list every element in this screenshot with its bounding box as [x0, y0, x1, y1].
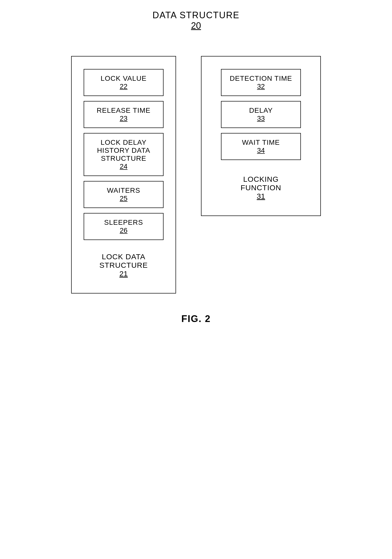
lock-delay-history-box: LOCK DELAYHISTORY DATASTRUCTURE 24: [84, 133, 164, 176]
sleepers-num: 26: [92, 226, 156, 234]
locking-function-label: LOCKINGFUNCTION 31: [241, 175, 281, 200]
locking-function-box: DETECTION TIME 32 DELAY 33 WAIT TIME 34 …: [201, 56, 321, 216]
wait-time-label: WAIT TIME: [229, 138, 293, 146]
delay-label: DELAY: [229, 106, 293, 114]
lock-data-structure-label: LOCK DATASTRUCTURE 21: [99, 252, 148, 278]
page-header: DATA STRUCTURE 20: [153, 10, 240, 31]
lock-value-num: 22: [92, 82, 156, 90]
lock-delay-history-num: 24: [92, 162, 156, 170]
lock-delay-history-label: LOCK DELAYHISTORY DATASTRUCTURE: [92, 138, 156, 162]
sleepers-label: SLEEPERS: [92, 218, 156, 226]
release-time-box: RELEASE TIME 23: [84, 101, 164, 128]
locking-function-title: LOCKINGFUNCTION: [241, 175, 281, 192]
diagram-area: LOCK VALUE 22 RELEASE TIME 23 LOCK DELAY…: [71, 56, 321, 294]
waiters-label: WAITERS: [92, 186, 156, 194]
lock-data-structure-num: 21: [99, 270, 148, 278]
lock-data-structure-title: LOCK DATASTRUCTURE: [99, 252, 148, 270]
wait-time-num: 34: [229, 146, 293, 154]
diagram-title: DATA STRUCTURE: [153, 10, 240, 20]
diagram-title-num: 20: [153, 20, 240, 31]
locking-function-num: 31: [241, 192, 281, 200]
lock-value-box: LOCK VALUE 22: [84, 69, 164, 96]
release-time-num: 23: [92, 114, 156, 122]
detection-time-num: 32: [229, 82, 293, 90]
lock-data-structure-box: LOCK VALUE 22 RELEASE TIME 23 LOCK DELAY…: [71, 56, 176, 294]
sleepers-box: SLEEPERS 26: [84, 213, 164, 240]
release-time-label: RELEASE TIME: [92, 106, 156, 114]
detection-time-label: DETECTION TIME: [229, 74, 293, 82]
waiters-num: 25: [92, 194, 156, 202]
waiters-box: WAITERS 25: [84, 181, 164, 208]
lock-value-label: LOCK VALUE: [92, 74, 156, 82]
wait-time-box: WAIT TIME 34: [221, 133, 301, 160]
detection-time-box: DETECTION TIME 32: [221, 69, 301, 96]
figure-label: FIG. 2: [181, 314, 211, 324]
delay-box: DELAY 33: [221, 101, 301, 128]
delay-num: 33: [229, 114, 293, 122]
